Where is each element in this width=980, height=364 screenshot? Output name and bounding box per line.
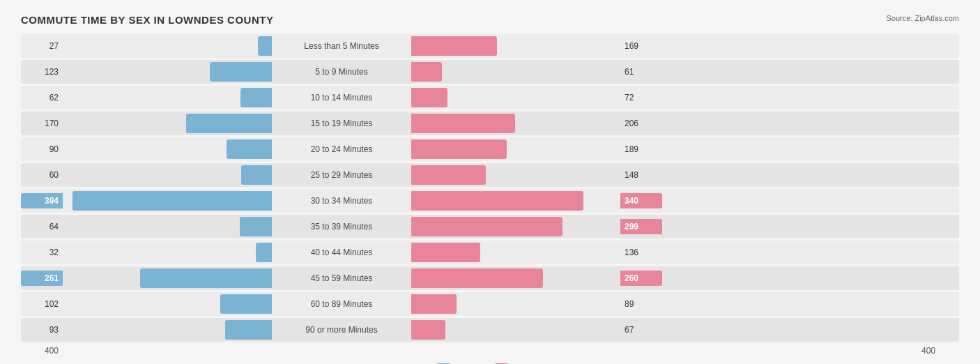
row-inner: 123 5 to 9 Minutes 61: [21, 60, 959, 84]
right-bar-container: [411, 36, 620, 56]
left-bar-container: [63, 217, 272, 236]
right-bar-container: [411, 88, 620, 107]
right-bar-container: [411, 217, 620, 236]
male-value: 394: [21, 193, 63, 208]
left-bar-container: [63, 191, 272, 211]
male-bar: [140, 268, 272, 288]
left-bar-container: [63, 139, 272, 159]
left-bar-container: [63, 268, 272, 288]
male-value: 170: [21, 119, 63, 128]
row-inner: 261 45 to 59 Minutes 260: [21, 266, 959, 290]
female-value: 299: [620, 219, 662, 234]
female-bar: [411, 217, 562, 236]
row-inner: 32 40 to 44 Minutes 136: [21, 241, 959, 264]
source-label: Source: ZipAtlas.com: [886, 14, 959, 22]
right-bar-container: [411, 62, 620, 82]
row-inner: 60 25 to 29 Minutes 148: [21, 163, 959, 187]
right-bar-container: [411, 139, 620, 159]
row-label: 90 or more Minutes: [272, 325, 411, 335]
row-label: Less than 5 Minutes: [272, 41, 411, 51]
right-bar-container: [411, 294, 620, 314]
female-value: 61: [620, 67, 662, 77]
female-bar: [411, 62, 442, 82]
male-value: 102: [21, 299, 63, 309]
chart-container: COMMUTE TIME BY SEX IN LOWNDES COUNTY So…: [21, 14, 959, 364]
female-value: 189: [620, 144, 662, 154]
left-bar-container: [63, 165, 272, 185]
female-bar: [411, 320, 445, 340]
axis-right: 400: [917, 346, 959, 356]
right-bar-container: [411, 191, 620, 211]
female-bar: [411, 294, 457, 314]
female-bar: [411, 243, 480, 262]
table-row: 60 25 to 29 Minutes 148: [21, 163, 959, 187]
left-bar-container: [63, 88, 272, 107]
row-inner: 62 10 to 14 Minutes 72: [21, 86, 959, 109]
female-bar: [411, 114, 515, 133]
bars-area: 27 Less than 5 Minutes 169 123 5 to 9 Mi…: [21, 34, 959, 343]
table-row: 32 40 to 44 Minutes 136: [21, 241, 959, 264]
female-value: 136: [620, 248, 662, 257]
female-value: 89: [620, 299, 662, 309]
left-bar-container: [63, 320, 272, 340]
left-bar-container: [63, 36, 272, 56]
male-value: 123: [21, 67, 63, 77]
row-label: 15 to 19 Minutes: [272, 119, 411, 128]
male-value: 64: [21, 222, 63, 232]
row-label: 30 to 34 Minutes: [272, 196, 411, 206]
table-row: 93 90 or more Minutes 67: [21, 318, 959, 342]
row-inner: 102 60 to 89 Minutes 89: [21, 292, 959, 316]
table-row: 27 Less than 5 Minutes 169: [21, 34, 959, 58]
table-row: 102 60 to 89 Minutes 89: [21, 292, 959, 316]
male-value: 32: [21, 248, 63, 257]
female-value: 148: [620, 170, 662, 180]
left-bar-container: [63, 294, 272, 314]
axis-row: 400 400: [21, 346, 959, 356]
female-value: 169: [620, 41, 662, 51]
female-value: 260: [620, 271, 662, 286]
right-bar-container: [411, 165, 620, 185]
left-bar-container: [63, 243, 272, 262]
female-bar: [411, 88, 447, 107]
left-bar-container: [63, 114, 272, 133]
female-bar: [411, 191, 583, 211]
right-bar-container: [411, 114, 620, 133]
row-label: 35 to 39 Minutes: [272, 222, 411, 232]
axis-left: 400: [21, 346, 63, 356]
row-label: 10 to 14 Minutes: [272, 93, 411, 103]
male-bar: [240, 88, 272, 107]
table-row: 62 10 to 14 Minutes 72: [21, 86, 959, 109]
right-bar-container: [411, 268, 620, 288]
table-row: 170 15 to 19 Minutes 206: [21, 112, 959, 135]
male-value: 261: [21, 271, 63, 286]
male-bar: [210, 62, 272, 82]
chart-title: COMMUTE TIME BY SEX IN LOWNDES COUNTY: [21, 14, 959, 26]
male-value: 62: [21, 93, 63, 103]
row-label: 20 to 24 Minutes: [272, 144, 411, 154]
male-bar: [256, 243, 272, 262]
table-row: 261 45 to 59 Minutes 260: [21, 266, 959, 290]
male-bar: [240, 217, 272, 236]
female-value: 340: [620, 193, 662, 208]
row-inner: 27 Less than 5 Minutes 169: [21, 34, 959, 58]
male-bar: [241, 165, 272, 185]
female-bar: [411, 165, 486, 185]
male-bar: [225, 320, 272, 340]
male-bar: [186, 114, 272, 133]
right-bar-container: [411, 243, 620, 262]
row-inner: 170 15 to 19 Minutes 206: [21, 112, 959, 135]
row-label: 45 to 59 Minutes: [272, 273, 411, 283]
table-row: 394 30 to 34 Minutes 340: [21, 189, 959, 213]
row-label: 60 to 89 Minutes: [272, 299, 411, 309]
male-value: 27: [21, 41, 63, 51]
male-bar: [258, 36, 272, 56]
male-value: 90: [21, 144, 63, 154]
row-label: 25 to 29 Minutes: [272, 170, 411, 180]
row-label: 5 to 9 Minutes: [272, 67, 411, 77]
table-row: 90 20 to 24 Minutes 189: [21, 137, 959, 161]
left-bar-container: [63, 62, 272, 82]
male-bar: [220, 294, 272, 314]
male-bar: [72, 191, 272, 211]
female-value: 206: [620, 119, 662, 128]
female-bar: [411, 36, 497, 56]
